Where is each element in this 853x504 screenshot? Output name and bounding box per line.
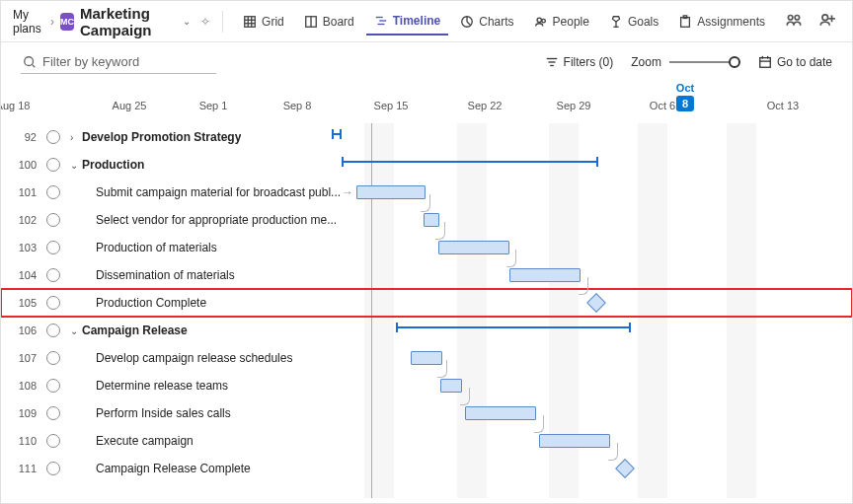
task-row[interactable]: 111Campaign Release Complete: [1, 455, 852, 482]
status-circle[interactable]: [46, 351, 60, 365]
tab-charts-label: Charts: [479, 15, 513, 29]
team-icon[interactable]: [781, 7, 807, 36]
task-row[interactable]: 106⌄Campaign Release: [1, 317, 852, 344]
status-circle[interactable]: [46, 434, 60, 448]
tab-goals[interactable]: Goals: [601, 8, 666, 36]
row-id: 107: [1, 352, 42, 364]
task-row[interactable]: 101Submit campaign material for broadcas…: [1, 179, 852, 206]
svg-line-12: [467, 22, 471, 26]
task-label: Campaign Release: [82, 324, 188, 337]
calendar-icon: [758, 55, 772, 69]
summary-bar[interactable]: [342, 161, 598, 163]
status-circle[interactable]: [46, 130, 60, 144]
date-tick: Sep 8: [283, 100, 312, 111]
status-circle[interactable]: [46, 379, 60, 393]
filters-button[interactable]: Filters (0): [545, 55, 614, 69]
svg-rect-29: [760, 58, 771, 68]
view-tabs: Grid Board Timeline Charts People Goals …: [235, 8, 773, 36]
task-bar[interactable]: [411, 351, 442, 365]
status-circle[interactable]: [46, 296, 60, 310]
task-row[interactable]: 92›Develop Promotion Strategy: [1, 123, 852, 151]
status-circle[interactable]: [46, 406, 60, 420]
charts-icon: [460, 15, 474, 29]
filter-input[interactable]: Filter by keyword: [21, 50, 216, 74]
status-circle[interactable]: [46, 241, 60, 254]
breadcrumb-root[interactable]: My plans: [13, 8, 44, 36]
task-row[interactable]: 107Develop campaign release schedules: [1, 344, 852, 372]
status-circle[interactable]: [46, 462, 60, 475]
status-circle[interactable]: [46, 158, 60, 172]
task-row[interactable]: 110Execute campaign: [1, 427, 852, 455]
sparkle-icon[interactable]: ✧: [200, 15, 210, 29]
task-row[interactable]: 104Dissemination of materials: [1, 261, 852, 289]
task-bar[interactable]: [509, 268, 581, 282]
filter-placeholder: Filter by keyword: [42, 54, 139, 69]
status-circle[interactable]: [46, 324, 60, 337]
task-row[interactable]: 103Production of materials: [1, 234, 852, 261]
tab-timeline[interactable]: Timeline: [366, 8, 448, 36]
task-bar[interactable]: [424, 213, 439, 227]
task-bar[interactable]: [539, 434, 610, 448]
goto-date-button[interactable]: Go to date: [758, 55, 832, 69]
expander-icon[interactable]: ⌄: [70, 160, 80, 171]
task-label: Develop Promotion Strategy: [82, 130, 241, 144]
tab-board-label: Board: [323, 15, 354, 29]
date-tick: Oct 6: [650, 100, 675, 111]
dependency-arrow: →: [342, 185, 353, 199]
task-label: Dissemination of materials: [82, 268, 235, 282]
date-tick: Sep 15: [374, 100, 409, 111]
row-id: 100: [1, 159, 42, 171]
tab-charts[interactable]: Charts: [452, 8, 521, 36]
filters-label: Filters (0): [564, 55, 614, 69]
zoom-thumb[interactable]: [729, 56, 740, 68]
tab-board[interactable]: Board: [296, 8, 362, 36]
row-id: 101: [1, 186, 42, 198]
row-id: 105: [1, 297, 42, 309]
status-circle[interactable]: [46, 268, 60, 282]
svg-point-21: [822, 15, 828, 21]
status-circle[interactable]: [46, 213, 60, 227]
zoom-slider[interactable]: [669, 61, 740, 63]
task-row[interactable]: 100⌄Production: [1, 151, 852, 179]
milestone-marker[interactable]: [586, 293, 606, 313]
goto-date-label: Go to date: [777, 55, 832, 69]
svg-point-19: [788, 16, 793, 21]
zoom-control: Zoom: [631, 55, 740, 69]
svg-point-13: [537, 18, 541, 22]
task-row[interactable]: 102Select vendor for appropriate product…: [1, 206, 852, 234]
people-icon: [534, 15, 548, 29]
date-header: Oct Aug 18Aug 25Sep 1Sep 8Sep 15Sep 22Se…: [1, 84, 852, 123]
tab-grid-label: Grid: [262, 15, 284, 29]
plan-name[interactable]: Marketing Campaign: [80, 5, 177, 38]
task-row[interactable]: 105Production Complete: [1, 289, 852, 317]
task-label: Perform Inside sales calls: [82, 406, 231, 420]
tab-assignments[interactable]: Assignments: [670, 8, 773, 36]
task-row[interactable]: 109Perform Inside sales calls: [1, 399, 852, 427]
task-label: Production of materials: [82, 241, 217, 254]
milestone-marker[interactable]: [615, 459, 635, 478]
row-id: 109: [1, 407, 42, 419]
today-badge[interactable]: 8: [676, 96, 694, 111]
tab-people[interactable]: People: [526, 8, 597, 36]
task-bar[interactable]: [356, 185, 426, 199]
summary-bar[interactable]: [396, 326, 631, 328]
task-bar[interactable]: [440, 379, 462, 393]
task-row[interactable]: 108Determine release teams: [1, 372, 852, 399]
summary-bar[interactable]: [332, 133, 342, 135]
task-bar[interactable]: [438, 241, 509, 254]
tab-grid[interactable]: Grid: [235, 8, 292, 36]
filter-icon: [545, 55, 559, 69]
breadcrumb-separator: ›: [50, 15, 54, 29]
expander-icon[interactable]: ⌄: [70, 325, 80, 336]
row-id: 104: [1, 269, 42, 281]
expander-icon[interactable]: ›: [70, 132, 80, 143]
date-tick: Sep 22: [468, 100, 503, 111]
status-circle[interactable]: [46, 185, 60, 199]
task-bar[interactable]: [465, 406, 536, 420]
chevron-down-icon[interactable]: ⌄: [183, 16, 191, 27]
toolbar: Filter by keyword Filters (0) Zoom Go to…: [1, 42, 852, 84]
svg-line-25: [33, 64, 36, 67]
add-member-icon[interactable]: [814, 7, 840, 36]
row-id: 110: [1, 435, 42, 447]
date-tick: Aug 18: [1, 100, 30, 111]
